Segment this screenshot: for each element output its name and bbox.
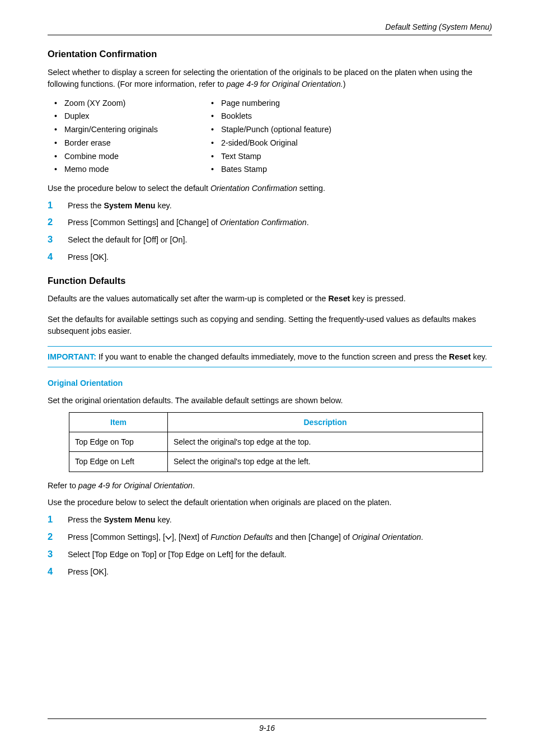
heading-original-orientation: Original Orientation (48, 377, 492, 389)
text-italic: Function Defaults (210, 533, 273, 542)
step-number: 4 (48, 250, 53, 264)
list-item: Text Stamp (204, 151, 361, 162)
footer-rule (48, 718, 486, 719)
cell-desc: Select the original's top edge at the to… (168, 432, 483, 452)
list-item: 2-sided/Book Original (204, 137, 361, 149)
step-number: 1 (48, 199, 53, 212)
text: key is pressed. (350, 294, 405, 303)
steps-oc: 1Press the System Menu key. 2Press [Comm… (48, 200, 492, 263)
cell-item: Top Edge on Top (69, 432, 168, 452)
list-item: Staple/Punch (optional feature) (204, 124, 361, 136)
list-item: Zoom (XY Zoom) (48, 97, 204, 109)
feature-lists: Zoom (XY Zoom) Duplex Margin/Centering o… (48, 96, 492, 177)
text: key. (156, 515, 172, 524)
text: key. (156, 201, 172, 210)
page-number: 9-16 (259, 724, 275, 732)
text: Defaults are the values automatically se… (48, 294, 328, 303)
text: Press [Common Settings], [ (68, 533, 165, 542)
text: Press [Common Settings] and [Change] of (68, 218, 220, 227)
step-item: 1Press the System Menu key. (48, 514, 492, 526)
chevron-down-icon (165, 532, 172, 544)
text: key. (471, 352, 487, 361)
table-header-row: Item Description (69, 412, 483, 432)
feature-list-right: Page numbering Booklets Staple/Punch (op… (204, 97, 361, 175)
table-row: Top Edge on Left Select the original's t… (69, 452, 483, 472)
text: Refer to (48, 481, 78, 490)
list-item: Combine mode (48, 151, 204, 162)
list-item: Duplex (48, 110, 204, 122)
step-number: 3 (48, 548, 53, 561)
list-item: Border erase (48, 137, 204, 149)
text: and then [Change] of (273, 533, 352, 542)
heading-function-defaults: Function Defaults (48, 274, 492, 288)
text: ], [Next] of (172, 533, 210, 542)
text-italic: page 4-9 for Original Orientation. (226, 80, 343, 88)
text-bold: System Menu (104, 201, 155, 210)
text: Press [OK]. (68, 567, 109, 576)
text: Select the default for [Off] or [On]. (68, 235, 188, 244)
list-item: Page numbering (204, 97, 361, 109)
th-description: Description (168, 412, 483, 432)
step-item: 4Press [OK]. (48, 251, 492, 263)
text-italic: Orientation Confirmation (210, 184, 297, 193)
para-oc-useproc: Use the procedure below to select the de… (48, 183, 492, 194)
text-italic: page 4-9 for Original Orientation (78, 481, 193, 490)
page-footer: 9-16 (0, 718, 534, 734)
text: Press the (68, 201, 104, 210)
callout-label: IMPORTANT: (48, 352, 96, 361)
step-number: 3 (48, 233, 53, 246)
text: If you want to enable the changed defaul… (96, 352, 449, 361)
text-bold: Reset (328, 294, 350, 303)
th-item: Item (69, 412, 168, 432)
feature-list-left: Zoom (XY Zoom) Duplex Margin/Centering o… (48, 97, 204, 175)
step-number: 1 (48, 513, 53, 526)
steps-oo: 1Press the System Menu key. 2Press [Comm… (48, 514, 492, 578)
list-item: Bates Stamp (204, 164, 361, 175)
options-table: Item Description Top Edge on Top Select … (69, 412, 483, 472)
para-fd-2: Set the defaults for available settings … (48, 314, 492, 337)
cell-desc: Select the original's top edge at the le… (168, 452, 483, 472)
cell-item: Top Edge on Left (69, 452, 168, 472)
header-section: Default Setting (System Menu) (48, 21, 492, 32)
step-item: 4Press [OK]. (48, 566, 492, 578)
heading-orientation-confirmation: Orientation Confirmation (48, 48, 492, 61)
step-item: 3Select the default for [Off] or [On]. (48, 234, 492, 246)
text: . (421, 533, 423, 542)
step-item: 2Press [Common Settings] and [Change] of… (48, 217, 492, 228)
text: . (307, 218, 309, 227)
text: setting. (297, 184, 325, 193)
para-oo-ref: Refer to page 4-9 for Original Orientati… (48, 480, 492, 492)
text-bold: Reset (449, 352, 471, 361)
text-italic: Original Orientation (352, 533, 421, 542)
step-number: 4 (48, 565, 53, 578)
text-italic: Orientation Confirmation (220, 218, 307, 227)
para-oc-intro: Select whether to display a screen for s… (48, 67, 492, 90)
para-oo-useproc: Use the procedure below to select the de… (48, 497, 492, 508)
header-rule (48, 35, 492, 35)
list-item: Booklets (204, 110, 361, 122)
para-fd-1: Defaults are the values automatically se… (48, 293, 492, 305)
para-oo-intro: Set the original orientation defaults. T… (48, 395, 492, 407)
text-bold: System Menu (104, 515, 155, 524)
important-callout: IMPORTANT: If you want to enable the cha… (48, 346, 492, 368)
list-item: Margin/Centering originals (48, 124, 204, 136)
text: Press [OK]. (68, 253, 109, 262)
step-number: 2 (48, 216, 53, 229)
text: ) (343, 80, 346, 88)
text: Use the procedure below to select the de… (48, 184, 210, 193)
step-item: 1Press the System Menu key. (48, 200, 492, 212)
step-item: 2Press [Common Settings], [], [Next] of … (48, 531, 492, 544)
text: Select [Top Edge on Top] or [Top Edge on… (68, 550, 287, 559)
list-item: Memo mode (48, 164, 204, 175)
text: Press the (68, 515, 104, 524)
step-item: 3Select [Top Edge on Top] or [Top Edge o… (48, 549, 492, 561)
step-number: 2 (48, 530, 53, 544)
table-row: Top Edge on Top Select the original's to… (69, 432, 483, 452)
text: . (193, 481, 195, 490)
